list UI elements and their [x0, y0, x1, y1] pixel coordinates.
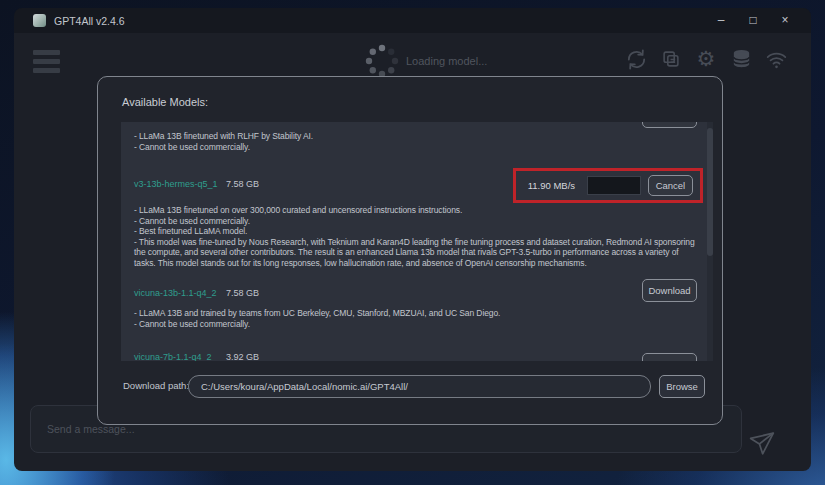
maximize-button[interactable]: □ [737, 8, 769, 33]
window-controls: – □ × [705, 8, 801, 33]
model-description: - LLaMa 13B finetuned on over 300,000 cu… [134, 205, 696, 268]
description-line: - LLaMA 13B and trained by teams from UC… [134, 308, 696, 319]
minimize-button[interactable]: – [705, 8, 737, 33]
toolbar-icons: ⚙ [624, 47, 788, 71]
description-line: - Cannot be used commercially. [134, 216, 696, 227]
available-models-dialog: Available Models: Download - LLaMa 13B f… [97, 76, 723, 425]
model-size-hermes: 7.58 GB [226, 179, 259, 189]
model-list: Download - LLaMa 13B finetuned with RLHF… [121, 122, 713, 361]
list-scrollbar[interactable] [707, 122, 713, 361]
model-name-hermes: v3-13b-hermes-q5_1 [134, 179, 218, 189]
close-button[interactable]: × [769, 8, 801, 33]
window-title: GPT4All v2.4.6 [54, 15, 125, 27]
description-line: - LLaMa 13B finetuned with RLHF by Stabi… [134, 131, 696, 142]
app-logo-icon [33, 14, 46, 27]
download-path-field-wrap [188, 375, 651, 398]
download-button-vicuna7b[interactable]: Download [642, 353, 697, 361]
download-progress-bar [587, 176, 641, 195]
desktop-wallpaper: GPT4All v2.4.6 – □ × [0, 0, 825, 485]
download-path-label: Download path: [123, 380, 189, 391]
description-line: - This model was fine-tuned by Nous Rese… [134, 237, 696, 269]
model-size-vicuna7b: 3.92 GB [226, 352, 259, 361]
scrollbar-thumb[interactable] [707, 128, 713, 256]
send-message-icon[interactable] [757, 416, 783, 442]
download-path-input[interactable] [189, 376, 650, 397]
download-button-vicuna13b[interactable]: Download [642, 279, 697, 302]
hamburger-bar [33, 50, 60, 55]
settings-gear-icon[interactable]: ⚙ [694, 47, 718, 71]
browse-button[interactable]: Browse [659, 375, 705, 398]
description-line: - Best finetuned LLaMA model. [134, 226, 696, 237]
database-icon[interactable] [729, 47, 753, 71]
model-description: - LLaMA 13B and trained by teams from UC… [134, 308, 696, 329]
refresh-icon[interactable] [624, 47, 648, 71]
window-titlebar: GPT4All v2.4.6 – □ × [14, 8, 811, 33]
cancel-download-button[interactable]: Cancel [648, 175, 693, 196]
model-name-vicuna7b: vicuna-7b-1.1-q4_2 [134, 352, 212, 361]
dialog-title: Available Models: [122, 96, 208, 108]
hamburger-menu-icon[interactable] [33, 50, 60, 77]
description-line: - Cannot be used commercially. [134, 319, 696, 330]
model-description: - LLaMa 13B finetuned with RLHF by Stabi… [134, 131, 696, 152]
download-progress-highlight: 11.90 MB/s Cancel [513, 168, 703, 203]
model-name-vicuna13b: vicuna-13b-1.1-q4_2 [134, 288, 217, 298]
download-speed: 11.90 MB/s [523, 180, 580, 191]
network-wifi-icon[interactable] [764, 47, 788, 71]
loading-spinner-icon [364, 43, 400, 79]
description-line: - LLaMa 13B finetuned on over 300,000 cu… [134, 205, 696, 216]
hamburger-bar [33, 59, 60, 64]
hamburger-bar [33, 68, 60, 73]
loading-status-text: Loading model... [406, 55, 487, 67]
description-line: - Cannot be used commercially. [134, 142, 696, 153]
download-button-partial[interactable]: Download [642, 122, 697, 128]
copy-icon[interactable] [659, 47, 683, 71]
model-size-vicuna13b: 7.58 GB [226, 288, 259, 298]
